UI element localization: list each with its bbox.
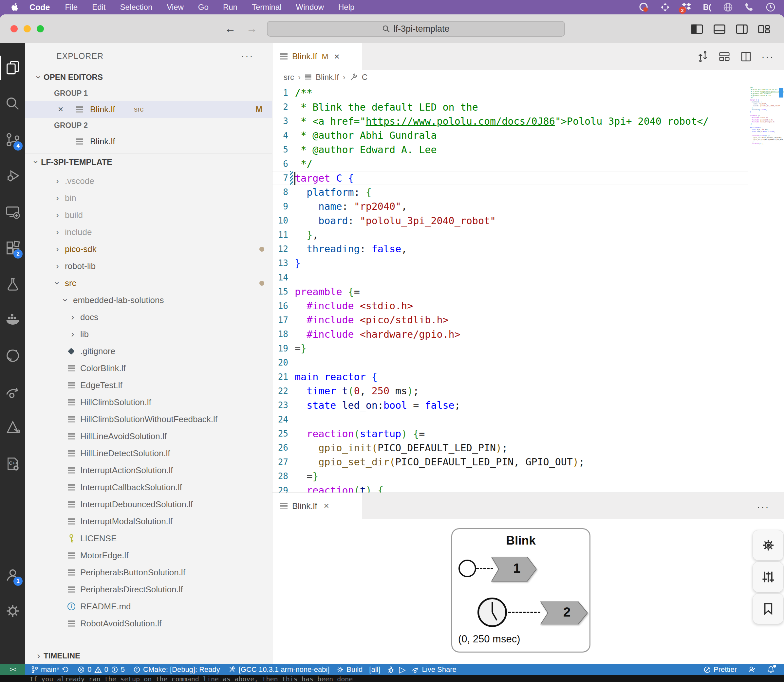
launch-button[interactable]: ▷ bbox=[399, 664, 406, 675]
globe-icon[interactable] bbox=[723, 2, 733, 12]
prettier-status[interactable]: Prettier bbox=[703, 665, 737, 674]
code-line-5[interactable]: 5 * @author Edward A. Lee bbox=[273, 143, 748, 157]
code-line-13[interactable]: 13} bbox=[273, 256, 748, 270]
code-line-24[interactable]: 24 bbox=[273, 412, 748, 426]
search-activity-button[interactable] bbox=[0, 89, 25, 118]
apple-menu-icon[interactable] bbox=[11, 3, 18, 11]
code-line-8[interactable]: 8 platform: { bbox=[273, 185, 748, 199]
tree-item-colorblink-lf[interactable]: ColorBlink.lf bbox=[25, 360, 272, 377]
tree-item-src[interactable]: ›src bbox=[25, 274, 272, 292]
code-line-27[interactable]: 27 gpio_set_dir(PICO_DEFAULT_LED_PIN, GP… bbox=[273, 455, 748, 469]
tree-item-edgetest-lf[interactable]: EdgeTest.lf bbox=[25, 377, 272, 394]
code-line-23[interactable]: 23 state led_on:bool = false; bbox=[273, 398, 748, 412]
more-actions-icon[interactable]: ··· bbox=[762, 51, 774, 62]
tree-item-build[interactable]: ›build bbox=[25, 207, 272, 223]
tree-item-interruptdebouncedsolution-lf[interactable]: InterruptDebouncedSolution.lf bbox=[25, 496, 272, 513]
tree-item-docs[interactable]: ›docs bbox=[25, 309, 272, 326]
tree-item-hilllinedetectsolution-lf[interactable]: HillLineDetectSolution.lf bbox=[25, 445, 272, 462]
code-line-28[interactable]: 28 =} bbox=[273, 469, 748, 483]
maximize-window-button[interactable] bbox=[37, 25, 44, 32]
code-line-29[interactable]: 29 reaction(t) { bbox=[273, 483, 748, 492]
toggle-sidebar-icon[interactable] bbox=[690, 22, 704, 36]
git-branch-status[interactable]: main* bbox=[31, 665, 69, 674]
tree-item-embedded-lab-solutions[interactable]: ›embedded-lab-solutions bbox=[25, 292, 272, 309]
dropbox-icon[interactable]: 2 bbox=[682, 3, 691, 12]
close-window-button[interactable] bbox=[11, 25, 18, 32]
close-tab-icon[interactable]: × bbox=[324, 501, 329, 511]
code-line-4[interactable]: 4 * @author Abhi Gundrala bbox=[273, 128, 748, 142]
navigate-forward-button[interactable]: → bbox=[246, 22, 257, 35]
tree-item-pico-sdk[interactable]: ›pico-sdk bbox=[25, 241, 272, 258]
explorer-more-actions[interactable]: ··· bbox=[241, 50, 254, 62]
command-center-search[interactable]: lf-3pi-template bbox=[267, 21, 565, 37]
navigate-back-button[interactable]: ← bbox=[225, 22, 236, 35]
menu-item-help[interactable]: Help bbox=[331, 3, 362, 11]
explorer-activity-button[interactable] bbox=[0, 53, 25, 83]
extensions-activity-button[interactable]: 2 bbox=[0, 233, 25, 263]
close-tab-icon[interactable]: × bbox=[334, 51, 340, 62]
panel-tab-blink-lf[interactable]: Blink.lf × bbox=[273, 493, 362, 519]
menu-app-name[interactable]: Code bbox=[22, 3, 58, 12]
accounts-activity-button[interactable]: 1 bbox=[0, 560, 25, 590]
tree-item-hilllineavoidsolution-lf[interactable]: HillLineAvoidSolution.lf bbox=[25, 428, 272, 445]
code-line-10[interactable]: 10 board: "pololu_3pi_2040_robot" bbox=[273, 214, 748, 228]
code-line-16[interactable]: 16 #include <stdio.h> bbox=[273, 299, 748, 313]
remote-explorer-activity-button[interactable] bbox=[0, 197, 25, 226]
tree-item-interruptcallbacksolution-lf[interactable]: InterruptCallbackSolution.lf bbox=[25, 479, 272, 496]
code-line-7[interactable]: 7target C { bbox=[273, 171, 748, 185]
tree-item-license[interactable]: LICENSE bbox=[25, 530, 272, 547]
notifications-button[interactable] bbox=[767, 666, 775, 674]
debug-button[interactable] bbox=[387, 666, 394, 674]
cmake-status[interactable]: CMake: [Debug]: Ready bbox=[133, 665, 220, 674]
menu-item-edit[interactable]: Edit bbox=[85, 3, 113, 11]
code-line-21[interactable]: 21main reactor { bbox=[273, 370, 748, 384]
toggle-secondary-sidebar-icon[interactable] bbox=[735, 22, 749, 36]
menu-item-terminal[interactable]: Terminal bbox=[244, 3, 289, 11]
menu-item-selection[interactable]: Selection bbox=[113, 3, 160, 11]
open-editor-blink-group2[interactable]: Blink.lf bbox=[25, 133, 272, 150]
lf-diagram-reactor[interactable]: Blink 1 2 (0, 250 m bbox=[451, 528, 591, 653]
cmake-activity-button[interactable] bbox=[0, 413, 25, 443]
remote-indicator[interactable]: >< bbox=[0, 664, 25, 675]
source-control-activity-button[interactable]: 4 bbox=[0, 125, 25, 155]
tree-item-peripheralsbuttonsolution-lf[interactable]: PeripheralsButtonSolution.lf bbox=[25, 564, 272, 581]
expose-icon[interactable] bbox=[661, 3, 670, 12]
code-line-22[interactable]: 22 timer t(0, 250 ms); bbox=[273, 384, 748, 398]
cpptools-activity-button[interactable]: C++ bbox=[0, 449, 25, 478]
code-line-25[interactable]: 25 reaction(startup) {= bbox=[273, 426, 748, 440]
timeline-section[interactable]: › TIMELINE bbox=[25, 647, 272, 664]
tree-item-peripheralsdirectsolution-lf[interactable]: PeripheralsDirectSolution.lf bbox=[25, 581, 272, 598]
menu-item-run[interactable]: Run bbox=[216, 3, 244, 11]
tree-item-bin[interactable]: ›bin bbox=[25, 190, 272, 207]
github-activity-button[interactable] bbox=[0, 341, 25, 370]
startup-trigger-node[interactable] bbox=[458, 559, 476, 577]
code-line-20[interactable]: 20 bbox=[273, 355, 748, 370]
menu-item-view[interactable]: View bbox=[160, 3, 191, 11]
tree-item-interruptmodalsolution-lf[interactable]: InterruptModalSolution.lf bbox=[25, 513, 272, 530]
problems-status[interactable]: 0 0 5 bbox=[78, 665, 125, 674]
tree-item--vscode[interactable]: ›.vscode bbox=[25, 172, 272, 190]
bitwarden-icon[interactable]: B( bbox=[703, 3, 711, 12]
code-line-18[interactable]: 18 #include <hardware/gpio.h> bbox=[273, 327, 748, 341]
diagram-filters-button[interactable] bbox=[752, 562, 784, 592]
docker-activity-button[interactable] bbox=[0, 304, 25, 334]
diagram-bookmark-button[interactable] bbox=[752, 593, 784, 624]
breadcrumb-target[interactable]: C bbox=[362, 73, 367, 82]
menu-item-file[interactable]: File bbox=[58, 3, 85, 11]
code-line-14[interactable]: 14 bbox=[273, 270, 748, 284]
tree-item-hillclimbsolution-lf[interactable]: HillClimbSolution.lf bbox=[25, 394, 272, 411]
live-share-button[interactable]: Live Share bbox=[412, 665, 457, 674]
feedback-button[interactable] bbox=[748, 666, 756, 674]
breadcrumb-file[interactable]: Blink.lf bbox=[316, 73, 339, 82]
menu-item-go[interactable]: Go bbox=[191, 3, 216, 11]
tree-item-robot-lib[interactable]: ›robot-lib bbox=[25, 258, 272, 274]
tree-item-interruptactionsolution-lf[interactable]: InterruptActionSolution.lf bbox=[25, 462, 272, 479]
liveshare-activity-button[interactable] bbox=[0, 377, 25, 406]
code-line-9[interactable]: 9 name: "rp2040", bbox=[273, 199, 748, 214]
phone-icon[interactable] bbox=[745, 3, 754, 12]
layout-diagram-icon[interactable] bbox=[718, 50, 731, 63]
code-line-17[interactable]: 17 #include <pico/stdlib.h> bbox=[273, 313, 748, 327]
panel-more-actions[interactable]: ··· bbox=[757, 501, 770, 513]
tree-item-robotavoidsolution-lf[interactable]: RobotAvoidSolution.lf bbox=[25, 615, 272, 632]
tree-item-motoredge-lf[interactable]: MotorEdge.lf bbox=[25, 547, 272, 564]
